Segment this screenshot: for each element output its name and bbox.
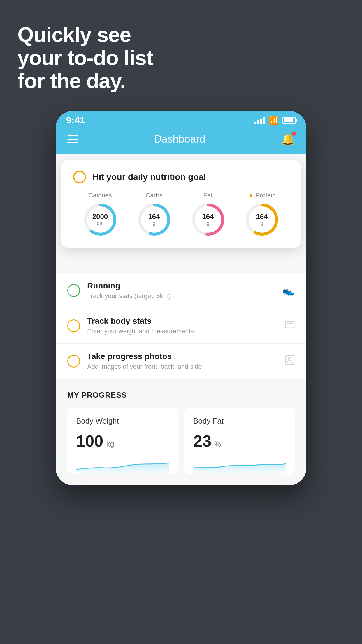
running-name: Running xyxy=(87,281,275,290)
nutrition-rings: Calories 2000 cal Carbs xyxy=(73,192,289,237)
photos-sub: Add images of your front, back, and side xyxy=(87,363,278,370)
body-weight-value-row: 100 kg xyxy=(76,431,169,450)
fat-ring-container: 164 g xyxy=(191,202,226,237)
nutrition-check-circle xyxy=(73,171,86,183)
scale-icon xyxy=(285,320,295,332)
body-weight-chart xyxy=(76,456,169,474)
calories-value: 2000 cal xyxy=(92,213,108,226)
card-title-row: Hit your daily nutrition goal xyxy=(73,171,289,183)
carbs-label: Carbs xyxy=(145,192,163,199)
progress-title: MY PROGRESS xyxy=(67,391,295,400)
body-weight-value: 100 xyxy=(76,431,103,450)
body-fat-value-row: 23 % xyxy=(193,431,286,450)
todo-item-body-stats[interactable]: Track body stats Enter your weight and m… xyxy=(56,308,306,344)
nutrition-card: Hit your daily nutrition goal Calories 2… xyxy=(61,160,301,248)
star-icon: ★ xyxy=(248,192,254,199)
calories-ring: Calories 2000 cal xyxy=(83,192,118,237)
person-icon xyxy=(285,355,295,367)
photos-check-circle xyxy=(67,355,80,368)
body-weight-card: Body Weight 100 kg xyxy=(67,408,178,474)
body-fat-unit: % xyxy=(214,440,221,449)
header-title: Dashboard xyxy=(154,133,205,145)
hero-line1: Quickly see xyxy=(17,23,153,46)
wifi-icon: 📶 xyxy=(269,116,279,125)
progress-cards: Body Weight 100 kg xyxy=(67,408,295,474)
todo-list: Running Track your stats (target: 5km) 👟… xyxy=(56,273,306,379)
carbs-ring: Carbs 164 g xyxy=(137,192,172,237)
status-time: 9:41 xyxy=(66,115,85,126)
phone-mockup: 9:41 📶 Dashboard 🔔 xyxy=(56,111,306,485)
svg-point-12 xyxy=(288,357,291,360)
running-info: Running Track your stats (target: 5km) xyxy=(87,281,275,300)
body-weight-unit: kg xyxy=(106,440,114,449)
fat-value: 164 g xyxy=(202,213,214,226)
progress-section: MY PROGRESS Body Weight 100 kg xyxy=(56,379,306,485)
body-stats-info: Track body stats Enter your weight and m… xyxy=(87,316,278,335)
body-fat-card: Body Fat 23 % xyxy=(184,408,295,474)
photos-name: Take progress photos xyxy=(87,352,278,361)
protein-ring-container: 164 g xyxy=(245,202,280,237)
protein-value: 164 g xyxy=(256,213,268,226)
notification-dot xyxy=(292,132,296,136)
calories-ring-container: 2000 cal xyxy=(83,202,118,237)
carbs-ring-container: 164 g xyxy=(137,202,172,237)
calories-label: Calories xyxy=(88,192,112,199)
status-bar: 9:41 📶 xyxy=(56,111,306,128)
body-stats-check-circle xyxy=(67,319,80,332)
carbs-value: 164 g xyxy=(148,213,160,226)
running-icon: 👟 xyxy=(282,285,295,296)
running-check-circle xyxy=(67,284,80,297)
body-fat-title: Body Fat xyxy=(193,416,286,426)
svg-rect-9 xyxy=(287,323,293,324)
hero-line2: your to-do list xyxy=(17,46,153,69)
notification-button[interactable]: 🔔 xyxy=(281,133,295,146)
app-header: Dashboard 🔔 xyxy=(56,128,306,154)
body-stats-sub: Enter your weight and measurements xyxy=(87,328,278,335)
protein-label: ★ Protein xyxy=(248,192,276,199)
todo-item-photos[interactable]: Take progress photos Add images of your … xyxy=(56,344,306,379)
photos-info: Take progress photos Add images of your … xyxy=(87,352,278,370)
running-sub: Track your stats (target: 5km) xyxy=(87,292,275,300)
status-icons: 📶 xyxy=(254,116,296,125)
app-content: THINGS TO DO TODAY Hit your daily nutrit… xyxy=(56,154,306,485)
body-fat-value: 23 xyxy=(193,431,211,450)
battery-icon xyxy=(282,117,296,124)
hero-text: Quickly see your to-do list for the day. xyxy=(17,23,153,93)
hero-line3: for the day. xyxy=(17,69,153,92)
nutrition-card-title: Hit your daily nutrition goal xyxy=(92,172,206,182)
protein-ring: ★ Protein 164 g xyxy=(245,192,280,237)
menu-button[interactable] xyxy=(67,135,78,143)
fat-ring: Fat 164 g xyxy=(191,192,226,237)
body-fat-chart xyxy=(193,456,286,474)
fat-label: Fat xyxy=(203,192,213,199)
body-weight-title: Body Weight xyxy=(76,416,169,426)
body-stats-name: Track body stats xyxy=(87,316,278,326)
todo-item-running[interactable]: Running Track your stats (target: 5km) 👟 xyxy=(56,273,306,308)
svg-rect-10 xyxy=(287,325,290,326)
signal-icon xyxy=(254,117,265,124)
